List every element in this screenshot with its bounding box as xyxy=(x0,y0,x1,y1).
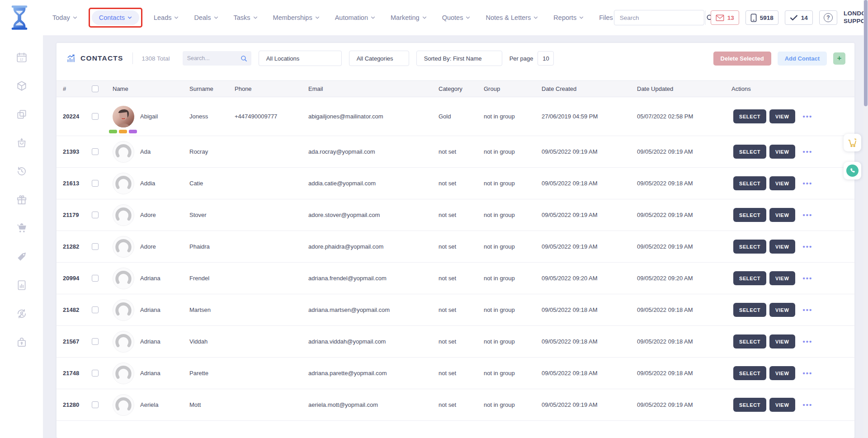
nav-item-notes-letters[interactable]: Notes & Letters xyxy=(485,10,539,25)
more-actions-button[interactable]: ••• xyxy=(803,276,813,281)
more-actions-button[interactable]: ••• xyxy=(803,245,813,249)
chart-icon xyxy=(66,54,76,63)
select-all-checkbox[interactable] xyxy=(92,85,99,92)
delete-selected-button[interactable]: Delete Selected xyxy=(713,52,771,66)
more-actions-button[interactable]: ••• xyxy=(803,114,813,119)
nav-item-marketing[interactable]: Marketing xyxy=(390,10,428,25)
nav-item-contacts[interactable]: Contacts xyxy=(92,10,139,25)
row-checkbox[interactable] xyxy=(92,401,99,408)
nav-item-deals[interactable]: Deals xyxy=(193,10,219,25)
select-button[interactable]: SELECT xyxy=(733,303,766,317)
row-checkbox[interactable] xyxy=(92,148,99,155)
floating-phone-button[interactable] xyxy=(844,162,861,179)
sidebar-item-history-icon[interactable] xyxy=(16,165,28,177)
tasks-badge-button[interactable]: 14 xyxy=(785,10,813,25)
more-actions-button[interactable]: ••• xyxy=(803,213,813,217)
row-checkbox[interactable] xyxy=(92,306,99,313)
more-actions-button[interactable]: ••• xyxy=(803,339,813,344)
view-button[interactable]: VIEW xyxy=(769,109,795,123)
select-button[interactable]: SELECT xyxy=(733,109,766,123)
select-button[interactable]: SELECT xyxy=(733,208,766,222)
sidebar-item-gift-icon[interactable] xyxy=(16,194,28,206)
add-contact-button[interactable]: Add Contact xyxy=(778,52,827,66)
contact-group: not in group xyxy=(484,243,542,250)
nav-item-memberships[interactable]: Memberships xyxy=(272,10,321,25)
floating-cart-button[interactable] xyxy=(844,134,861,151)
sidebar-item-user-sync-icon[interactable] xyxy=(16,308,28,320)
contact-first-name: Adriana xyxy=(140,338,160,345)
view-button[interactable]: VIEW xyxy=(769,366,795,380)
sidebar-item-copy-icon[interactable] xyxy=(16,108,28,120)
quick-add-icon[interactable]: + xyxy=(833,52,845,65)
sidebar-item-bag-icon[interactable] xyxy=(16,137,28,149)
nav-item-quotes[interactable]: Quotes xyxy=(441,10,472,25)
col-header-date-updated: Date Updated xyxy=(637,85,731,92)
global-search-input[interactable] xyxy=(614,14,705,21)
nav-item-today[interactable]: Today xyxy=(52,10,78,25)
contacts-search-input[interactable] xyxy=(187,55,240,61)
more-actions-button[interactable]: ••• xyxy=(803,371,813,376)
sidebar-item-lock-icon[interactable] xyxy=(16,336,28,348)
contact-email: adriana.parette@yopmail.com xyxy=(308,370,439,377)
sidebar-item-cart-icon[interactable] xyxy=(16,222,28,234)
view-button[interactable]: VIEW xyxy=(769,208,795,222)
more-actions-button[interactable]: ••• xyxy=(803,150,813,154)
page-scrollbar[interactable] xyxy=(863,0,868,438)
view-button[interactable]: VIEW xyxy=(769,334,795,349)
date-created: 27/06/2019 04:59 PM xyxy=(542,113,637,120)
date-created: 09/05/2022 09:18 AM xyxy=(542,180,637,187)
per-page-selector[interactable]: 10 xyxy=(538,51,554,66)
sidebar-item-calendar-icon[interactable]: 12 xyxy=(16,52,28,63)
more-actions-button[interactable]: ••• xyxy=(803,308,813,312)
row-checkbox[interactable] xyxy=(92,180,99,187)
contact-email: ada.rocray@yopmail.com xyxy=(308,148,439,155)
calls-count: 5918 xyxy=(760,14,774,21)
select-button[interactable]: SELECT xyxy=(733,334,766,349)
row-checkbox[interactable] xyxy=(92,243,99,250)
view-button[interactable]: VIEW xyxy=(769,303,795,317)
scrollbar-thumb[interactable] xyxy=(864,0,868,106)
nav-item-automation[interactable]: Automation xyxy=(334,10,376,25)
view-button[interactable]: VIEW xyxy=(769,240,795,254)
more-actions-button[interactable]: ••• xyxy=(803,403,813,407)
calls-badge-button[interactable]: 5918 xyxy=(745,10,778,25)
help-button[interactable]: ? xyxy=(819,10,837,25)
sidebar-item-cube-icon[interactable] xyxy=(16,80,28,92)
row-checkbox[interactable] xyxy=(92,113,99,120)
select-button[interactable]: SELECT xyxy=(733,145,766,159)
select-button[interactable]: SELECT xyxy=(733,398,766,412)
app-logo[interactable] xyxy=(9,5,30,30)
row-checkbox[interactable] xyxy=(92,370,99,377)
table-header-row: #NameSurnamePhoneEmailCategoryGroupDate … xyxy=(57,80,854,97)
date-created: 09/05/2022 09:18 AM xyxy=(542,306,637,313)
sort-filter[interactable]: Sorted By: First Name xyxy=(416,51,502,66)
contact-id: 21567 xyxy=(63,338,92,345)
contact-id: 21280 xyxy=(63,401,92,408)
search-icon[interactable] xyxy=(240,55,248,62)
view-button[interactable]: VIEW xyxy=(769,176,795,190)
messages-badge-button[interactable]: 13 xyxy=(711,10,739,25)
select-button[interactable]: SELECT xyxy=(733,366,766,380)
view-button[interactable]: VIEW xyxy=(769,271,795,285)
locations-filter[interactable]: All Locations xyxy=(259,51,342,66)
row-checkbox[interactable] xyxy=(92,212,99,218)
categories-filter[interactable]: All Categories xyxy=(349,51,409,66)
select-button[interactable]: SELECT xyxy=(733,176,766,190)
nav-item-reports[interactable]: Reports xyxy=(552,10,585,25)
global-search xyxy=(614,10,704,25)
contact-tag xyxy=(119,130,127,133)
nav-item-files[interactable]: Files xyxy=(598,10,614,25)
more-actions-button[interactable]: ••• xyxy=(803,181,813,186)
contact-group: not in group xyxy=(484,275,542,282)
row-checkbox[interactable] xyxy=(92,275,99,282)
view-button[interactable]: VIEW xyxy=(769,145,795,159)
row-checkbox[interactable] xyxy=(92,338,99,345)
sidebar-item-report-icon[interactable] xyxy=(16,279,28,291)
select-button[interactable]: SELECT xyxy=(733,240,766,254)
select-button[interactable]: SELECT xyxy=(733,271,766,285)
view-button[interactable]: VIEW xyxy=(769,398,795,412)
nav-item-tasks[interactable]: Tasks xyxy=(233,10,259,25)
contact-first-name: Ada xyxy=(140,148,151,155)
sidebar-item-tag-icon[interactable] xyxy=(16,251,28,263)
nav-item-leads[interactable]: Leads xyxy=(153,10,180,25)
